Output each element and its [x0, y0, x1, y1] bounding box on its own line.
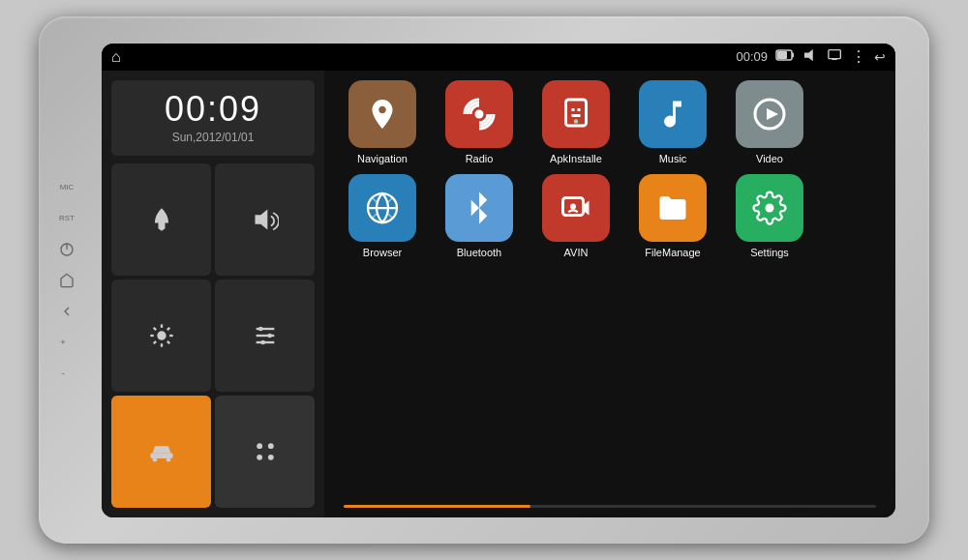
svg-point-28: [166, 457, 170, 461]
svg-point-40: [570, 203, 576, 209]
clock-time: 00:09: [121, 92, 305, 127]
svg-text:+: +: [60, 337, 65, 346]
svg-line-19: [166, 327, 168, 329]
settings-icon: [736, 174, 803, 242]
svg-point-25: [260, 339, 265, 344]
svg-rect-8: [829, 50, 840, 59]
filemanager-icon: [639, 174, 707, 242]
back-nav-icon[interactable]: ↩: [874, 49, 886, 65]
apps-row-2: Browser Bluetooth: [339, 174, 881, 258]
volume-icon: [802, 48, 820, 65]
app-navigation[interactable]: Navigation: [339, 80, 426, 164]
vol-down-button[interactable]: -: [56, 363, 77, 384]
apps-button[interactable]: [215, 396, 315, 508]
radio-label: Radio: [466, 153, 494, 164]
app-bluetooth[interactable]: Bluetooth: [436, 174, 523, 258]
video-icon: [736, 80, 803, 148]
bluetooth-icon: [445, 174, 513, 242]
svg-rect-5: [792, 53, 794, 58]
app-browser[interactable]: Browser: [339, 174, 426, 258]
apps-row-1: Navigation: [339, 80, 881, 164]
browser-label: Browser: [363, 247, 402, 258]
app-music[interactable]: Music: [629, 80, 716, 164]
progress-fill: [344, 505, 530, 508]
car-head-unit: MIC RST + - ⌂ 00:09: [39, 16, 929, 544]
volume-button[interactable]: [215, 163, 315, 276]
svg-line-17: [166, 340, 168, 342]
svg-point-35: [574, 119, 579, 124]
svg-line-16: [153, 327, 155, 329]
settings-label: Settings: [750, 247, 789, 258]
back-button[interactable]: [56, 301, 77, 322]
svg-marker-10: [255, 209, 267, 229]
status-bar: ⌂ 00:09 ⋮ ↩: [102, 44, 895, 71]
mic-label: MIC: [56, 177, 77, 198]
physical-controls: MIC RST + -: [46, 167, 87, 394]
radio-icon: [445, 80, 513, 148]
svg-point-32: [267, 454, 273, 459]
app-settings[interactable]: Settings: [726, 174, 813, 258]
svg-point-30: [267, 443, 273, 449]
eq-button[interactable]: [215, 280, 315, 392]
music-icon: [639, 80, 707, 148]
clock-date: Sun,2012/01/01: [121, 131, 305, 144]
avin-label: AVIN: [564, 247, 589, 258]
main-content: 00:09 Sun,2012/01/01: [102, 71, 895, 517]
avin-icon: [542, 174, 610, 242]
left-panel: 00:09 Sun,2012/01/01: [102, 71, 324, 517]
svg-point-24: [267, 333, 272, 338]
svg-point-29: [257, 443, 262, 449]
apk-label: ApkInstalle: [550, 153, 602, 164]
navigation-icon: [348, 80, 416, 148]
svg-rect-6: [777, 51, 787, 59]
app-filemanager[interactable]: FileManage: [629, 174, 716, 258]
apps-panel: Navigation: [324, 71, 895, 517]
svg-point-33: [475, 109, 484, 118]
navigation-label: Navigation: [357, 153, 408, 164]
svg-line-18: [153, 340, 155, 342]
home-button[interactable]: [56, 270, 77, 291]
app-radio[interactable]: Radio: [436, 80, 523, 164]
video-label: Video: [756, 153, 783, 164]
screen-icon: [828, 48, 843, 65]
progress-bar-container: [339, 505, 881, 508]
brightness-button[interactable]: [111, 280, 211, 392]
filemanager-label: FileManage: [645, 247, 700, 258]
svg-point-41: [766, 203, 774, 212]
apk-icon: [542, 80, 610, 148]
rst-label: RST: [56, 208, 77, 229]
vol-up-button[interactable]: +: [56, 332, 77, 353]
svg-text:-: -: [62, 368, 65, 377]
app-avin[interactable]: AVIN: [532, 174, 620, 258]
svg-marker-37: [767, 108, 778, 120]
app-video[interactable]: Video: [726, 80, 813, 164]
status-time: 00:09: [736, 49, 768, 64]
svg-marker-7: [804, 49, 813, 61]
power-button[interactable]: [56, 239, 77, 260]
svg-point-11: [157, 331, 166, 339]
battery-icon: [775, 49, 795, 64]
launch-button[interactable]: [111, 163, 211, 276]
clock-widget: 00:09 Sun,2012/01/01: [111, 80, 315, 156]
car-mode-button[interactable]: [111, 396, 211, 508]
more-icon[interactable]: ⋮: [851, 47, 866, 66]
svg-point-27: [152, 457, 157, 461]
svg-point-23: [258, 326, 263, 331]
app-apkinstaller[interactable]: ApkInstalle: [532, 80, 620, 164]
music-label: Music: [659, 153, 687, 164]
main-screen: ⌂ 00:09 ⋮ ↩ 00:09: [102, 44, 895, 517]
bluetooth-label: Bluetooth: [457, 247, 501, 258]
progress-bar: [344, 505, 876, 508]
control-grid: [111, 163, 315, 508]
svg-rect-26: [150, 453, 172, 458]
browser-icon: [348, 174, 416, 242]
home-icon[interactable]: ⌂: [111, 48, 121, 66]
svg-point-31: [257, 454, 262, 459]
